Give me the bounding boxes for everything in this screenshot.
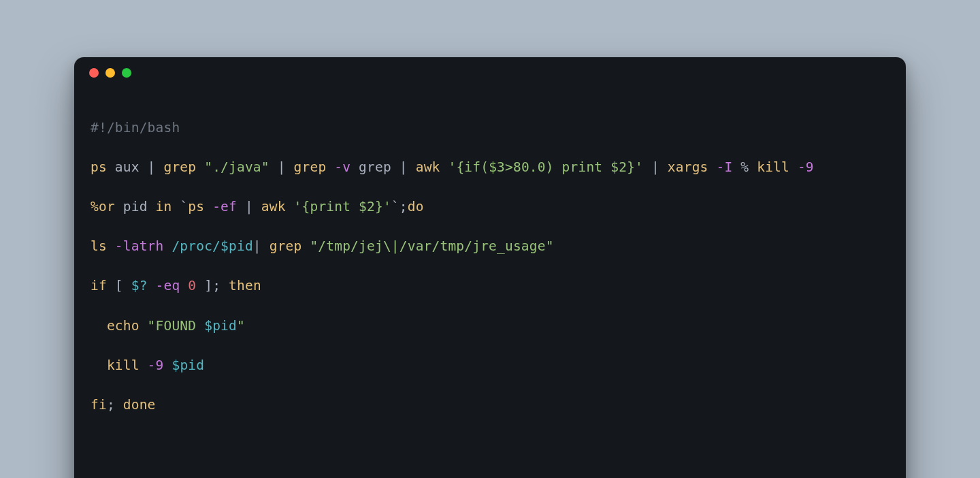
code-line-6: echo "FOUND $pid" xyxy=(91,316,889,336)
code-line-2: ps aux | grep "./java" | grep -v grep | … xyxy=(91,157,889,177)
terminal-window: #!/bin/bash ps aux | grep "./java" | gre… xyxy=(74,57,906,478)
page-background: #!/bin/bash ps aux | grep "./java" | gre… xyxy=(0,0,980,478)
titlebar xyxy=(74,57,906,89)
minimize-icon[interactable] xyxy=(105,68,115,78)
code-line-8: fi; done xyxy=(91,395,889,415)
code-line-4: ls -latrh /proc/$pid| grep "/tmp/jej\|/v… xyxy=(91,236,889,256)
code-line-7: kill -9 $pid xyxy=(91,355,889,375)
shebang: #!/bin/bash xyxy=(91,120,180,136)
maximize-icon[interactable] xyxy=(122,68,131,78)
code-line-1: #!/bin/bash xyxy=(91,118,889,138)
code-block: #!/bin/bash ps aux | grep "./java" | gre… xyxy=(74,89,906,478)
blank-line xyxy=(91,474,889,478)
close-icon[interactable] xyxy=(89,68,99,78)
code-line-5: if [ $? -eq 0 ]; then xyxy=(91,276,889,296)
blank-line xyxy=(91,434,889,454)
code-line-3: %or pid in `ps -ef | awk '{print $2}'`;d… xyxy=(91,197,889,217)
